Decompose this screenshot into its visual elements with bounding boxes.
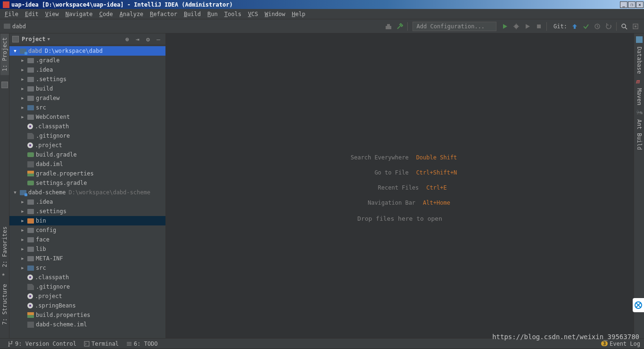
tree-item-build.properties[interactable]: build.properties <box>9 310 165 320</box>
tree-item-config[interactable]: ▶config <box>9 225 165 235</box>
tab-project[interactable]: 1: Project <box>0 33 9 75</box>
ant-icon[interactable]: 🐜 <box>636 109 643 116</box>
svg-point-2 <box>514 25 518 28</box>
git-update-button[interactable] <box>570 22 579 31</box>
tree-item-dabd.iml[interactable]: dabd.iml <box>9 159 165 169</box>
svg-point-8 <box>8 345 10 347</box>
tree-item-.settings[interactable]: ▶.settings <box>9 207 165 216</box>
build-icon[interactable] <box>384 22 393 31</box>
git-revert-button[interactable] <box>604 22 613 31</box>
tab-terminal[interactable]: Terminal <box>80 340 123 348</box>
breadcrumb-label: dabd <box>12 23 26 30</box>
project-tree[interactable]: ▼dabdD:\workspace\dabd▶.gradle▶.idea▶.se… <box>9 45 165 338</box>
teamviewer-icon[interactable] <box>633 298 644 312</box>
tab-version-control[interactable]: 9: Version Control <box>4 340 80 348</box>
menu-analyze[interactable]: Analyze <box>117 10 147 18</box>
maximize-button[interactable]: ❐ <box>628 1 636 8</box>
menu-help[interactable]: Help <box>289 10 308 18</box>
todo-icon <box>126 341 132 347</box>
tab-ant[interactable]: Ant Build <box>635 116 644 154</box>
tree-item-build[interactable]: ▶build <box>9 84 165 93</box>
hide-icon[interactable]: — <box>154 35 163 43</box>
minimize-button[interactable]: _ <box>620 1 627 8</box>
menu-refactor[interactable]: Refactor <box>147 10 180 18</box>
gear-icon[interactable]: ⚙ <box>144 35 152 43</box>
chevron-down-icon[interactable]: ▼ <box>48 37 50 42</box>
editor-empty-state[interactable]: Search EverywhereDouble Shift Go to File… <box>166 33 634 338</box>
hint-shortcut: Ctrl+Shift+N <box>416 169 457 176</box>
hammer-icon[interactable] <box>396 22 404 31</box>
branch-icon <box>8 341 13 347</box>
run-config-selector[interactable]: Add Configuration... <box>413 22 497 31</box>
project-tab-icon[interactable] <box>1 82 8 88</box>
locate-icon[interactable]: ⊕ <box>123 35 132 43</box>
tree-item-gradle.properties[interactable]: gradle.properties <box>9 169 165 178</box>
menu-window[interactable]: Window <box>262 10 288 18</box>
maven-icon[interactable]: m <box>636 78 643 84</box>
tree-item-build.gradle[interactable]: build.gradle <box>9 150 165 159</box>
tree-item-WebContent[interactable]: ▶WebContent <box>9 112 165 122</box>
svg-rect-1 <box>387 24 390 26</box>
svg-point-9 <box>11 341 13 342</box>
tree-item-.gradle[interactable]: ▶.gradle <box>9 56 165 65</box>
tree-item-settings.gradle[interactable]: settings.gradle <box>9 178 165 188</box>
run-config-label: Add Configuration... <box>417 23 485 30</box>
run-button[interactable] <box>501 22 509 31</box>
menu-build[interactable]: Build <box>181 10 204 18</box>
tree-item-.classpath[interactable]: .classpath <box>9 273 165 282</box>
close-button[interactable]: ✕ <box>636 1 644 8</box>
tree-item-dabd-scheme[interactable]: ▼dabd-schemeD:\workspace\dabd-scheme <box>9 188 165 197</box>
tree-item-lib[interactable]: ▶lib <box>9 244 165 254</box>
tab-database[interactable]: Database <box>635 43 644 78</box>
tree-item-.idea[interactable]: ▶.idea <box>9 65 165 75</box>
tree-item-.project[interactable]: .project <box>9 291 165 301</box>
hint-shortcut: Double Shift <box>416 154 457 161</box>
tree-item-.gitignore[interactable]: .gitignore <box>9 131 165 141</box>
git-history-button[interactable] <box>593 22 602 31</box>
tab-structure[interactable]: 7: Structure <box>0 280 9 329</box>
tree-item-.project[interactable]: .project <box>9 141 165 150</box>
tree-item-src[interactable]: ▶src <box>9 103 165 112</box>
search-icon[interactable] <box>620 22 628 31</box>
menu-navigate[interactable]: Navigate <box>63 10 96 18</box>
tree-item-src[interactable]: ▶src <box>9 263 165 273</box>
tree-item-.idea[interactable]: ▶.idea <box>9 197 165 207</box>
window-titlebar: uap-idea [D:\workspace4\uap-idea] - Inte… <box>0 0 644 9</box>
menu-view[interactable]: View <box>42 10 62 18</box>
git-commit-button[interactable] <box>582 22 590 31</box>
hint-label: Recent Files <box>353 184 419 191</box>
tree-item-.gitignore[interactable]: .gitignore <box>9 282 165 291</box>
right-tool-gutter: Database m Maven 🐜 Ant Build <box>634 33 644 338</box>
debug-button[interactable] <box>512 22 520 31</box>
tree-item-face[interactable]: ▶face <box>9 235 165 244</box>
menu-edit[interactable]: Edit <box>22 10 41 18</box>
tree-item-.settings[interactable]: ▶.settings <box>9 75 165 84</box>
event-log-button[interactable]: 3 Event Log <box>601 341 640 347</box>
tab-maven[interactable]: Maven <box>635 84 644 109</box>
run-coverage-button[interactable] <box>523 22 532 31</box>
hint-label: Search Everywhere <box>343 154 409 161</box>
tab-favorites[interactable]: 2: Favorites <box>0 223 9 271</box>
git-label: Git: <box>553 23 567 30</box>
ide-settings-icon[interactable] <box>631 22 640 31</box>
menu-code[interactable]: Code <box>97 10 116 18</box>
database-icon[interactable] <box>636 36 643 43</box>
menu-file[interactable]: File <box>2 10 21 18</box>
collapse-icon[interactable]: ⇥ <box>133 35 142 43</box>
menu-vcs[interactable]: VCS <box>245 10 261 18</box>
stop-button[interactable] <box>535 22 543 31</box>
breadcrumb[interactable]: dabd <box>3 23 26 30</box>
menu-tools[interactable]: Tools <box>222 10 244 18</box>
tree-item-META-INF[interactable]: ▶META-INF <box>9 254 165 263</box>
panel-title[interactable]: Project <box>22 36 46 42</box>
hint-shortcut: Alt+Home <box>423 199 450 206</box>
tree-item-gradlew[interactable]: ▶gradlew <box>9 93 165 103</box>
tree-item-.classpath[interactable]: .classpath <box>9 122 165 131</box>
event-badge: 3 <box>601 341 608 346</box>
tree-item-dabd[interactable]: ▼dabdD:\workspace\dabd <box>9 46 165 56</box>
tab-todo[interactable]: 6: TODO <box>123 340 162 348</box>
tree-item-dabd-scheme.iml[interactable]: dabd-scheme.iml <box>9 320 165 329</box>
tree-item-.springBeans[interactable]: .springBeans <box>9 301 165 310</box>
menu-run[interactable]: Run <box>205 10 221 18</box>
tree-item-bin[interactable]: ▶bin <box>9 216 165 225</box>
